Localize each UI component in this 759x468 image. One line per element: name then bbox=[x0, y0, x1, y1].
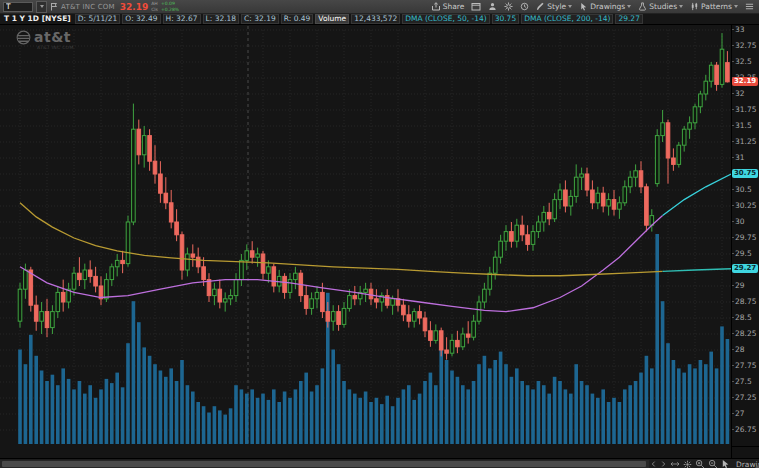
bottom-bar: Drawing set: Default bbox=[0, 458, 759, 468]
date-value: D: 5/11/21 bbox=[75, 14, 121, 24]
candlestick-plot[interactable] bbox=[0, 24, 731, 446]
symbol-dropdown-button[interactable] bbox=[36, 1, 47, 13]
trading-platform-window: AT&T INC COM 32.19 AHCls +0.09+0.28% Sha… bbox=[0, 0, 759, 468]
share-icon bbox=[431, 2, 441, 11]
price-tick: 27.5 bbox=[735, 378, 752, 386]
low-value: L: 32.18 bbox=[203, 14, 240, 24]
patterns-icon bbox=[690, 2, 699, 11]
gear-icon bbox=[504, 2, 513, 11]
dma50-value: 30.75 bbox=[492, 14, 519, 24]
dma-50-axis-badge: 30.75 bbox=[732, 169, 758, 178]
price-tick: 30.25 bbox=[735, 202, 756, 210]
zoom-out-icon[interactable] bbox=[708, 459, 718, 468]
price-tick: 33 bbox=[735, 26, 745, 34]
price-tick: 29.75 bbox=[735, 234, 756, 242]
volume-value: 12,433,572 bbox=[351, 14, 400, 24]
open-value: O: 32.49 bbox=[122, 14, 160, 24]
dma200-study-label[interactable]: DMA (CLOSE, 200, -14) bbox=[521, 14, 613, 24]
price-tick: 31.5 bbox=[735, 122, 752, 130]
time-button[interactable] bbox=[520, 2, 529, 11]
volume-study-label[interactable]: Volume bbox=[315, 14, 349, 24]
chart-area[interactable]: at&t AT&T INC COM 3332.7532.532.253231.7… bbox=[0, 24, 759, 446]
range-value: R: 0.49 bbox=[281, 14, 314, 24]
session-labels: AHCls bbox=[151, 1, 158, 11]
flag-icon[interactable] bbox=[50, 2, 58, 11]
patterns-menu[interactable]: Patterns bbox=[690, 2, 738, 11]
auto-scale-icon[interactable] bbox=[683, 460, 692, 468]
price-tick: 28 bbox=[735, 346, 745, 354]
price-tick: 31.25 bbox=[735, 138, 756, 146]
horizontal-scrollbar[interactable] bbox=[0, 460, 649, 468]
price-change: +0.09+0.28% bbox=[161, 1, 179, 11]
company-name: AT&T INC COM bbox=[61, 3, 115, 11]
drawings-menu[interactable]: Drawings bbox=[579, 2, 631, 11]
scrollbar-thumb[interactable] bbox=[2, 461, 646, 467]
zoom-in-icon[interactable] bbox=[695, 459, 705, 468]
hamburger-icon bbox=[745, 2, 754, 11]
price-tick: 29.5 bbox=[735, 250, 752, 258]
price-axis[interactable]: 3332.7532.532.253231.7531.531.253130.753… bbox=[731, 24, 759, 446]
price-tick: 28.25 bbox=[735, 330, 756, 338]
price-tick: 27.75 bbox=[735, 362, 756, 370]
more-menu-button[interactable] bbox=[745, 2, 754, 11]
style-menu[interactable]: Style bbox=[536, 2, 572, 11]
calendar-icon bbox=[471, 2, 481, 11]
price-tick: 28.75 bbox=[735, 298, 756, 306]
top-toolbar: AT&T INC COM 32.19 AHCls +0.09+0.28% Sha… bbox=[0, 0, 759, 14]
chart-title: T 1 Y 1D [NYSE] bbox=[2, 14, 73, 23]
price-tick: 31 bbox=[735, 154, 745, 162]
clock-icon bbox=[520, 2, 529, 11]
share-button[interactable]: Share bbox=[431, 2, 465, 11]
resize-grip bbox=[754, 464, 759, 468]
price-tick: 30.5 bbox=[735, 186, 752, 194]
price-tick: 27.25 bbox=[735, 394, 756, 402]
brush-icon bbox=[536, 2, 545, 11]
price-tick: 32.5 bbox=[735, 58, 752, 66]
price-tick: 28.5 bbox=[735, 314, 752, 322]
pan-icon[interactable] bbox=[670, 460, 680, 468]
symbol-input[interactable] bbox=[3, 2, 33, 12]
price-tick: 26.75 bbox=[735, 426, 756, 434]
high-value: H: 32.67 bbox=[163, 14, 201, 24]
chart-info-bar: T 1 Y 1D [NYSE] D: 5/11/21 O: 32.49 H: 3… bbox=[0, 13, 759, 25]
flex-grid-button[interactable] bbox=[471, 2, 481, 11]
scroll-right-button[interactable] bbox=[660, 460, 667, 468]
person-icon bbox=[488, 2, 497, 11]
dma50-study-label[interactable]: DMA (CLOSE, 50, -14) bbox=[402, 14, 490, 24]
price-tick: 32 bbox=[735, 90, 745, 98]
dma-200-axis-badge: 29.27 bbox=[732, 264, 758, 273]
account-button[interactable] bbox=[488, 2, 497, 11]
scroll-left-button[interactable] bbox=[650, 460, 657, 468]
price-tick: 30 bbox=[735, 218, 745, 226]
settings-button[interactable] bbox=[504, 2, 513, 11]
close-value: C: 32.19 bbox=[241, 14, 279, 24]
last-price-axis-badge: 32.19 bbox=[732, 77, 758, 86]
price-tick: 27 bbox=[735, 410, 745, 418]
price-tick: 32.75 bbox=[735, 42, 756, 50]
pointer-tool-icon[interactable] bbox=[721, 459, 730, 468]
studies-menu[interactable]: Studies bbox=[638, 2, 683, 11]
price-tick: 29 bbox=[735, 282, 745, 290]
dma200-value: 29.27 bbox=[615, 14, 642, 24]
flask-icon bbox=[638, 2, 647, 11]
last-price: 32.19 bbox=[120, 2, 148, 12]
price-tick: 31.75 bbox=[735, 106, 756, 114]
cursor-icon bbox=[579, 2, 588, 11]
